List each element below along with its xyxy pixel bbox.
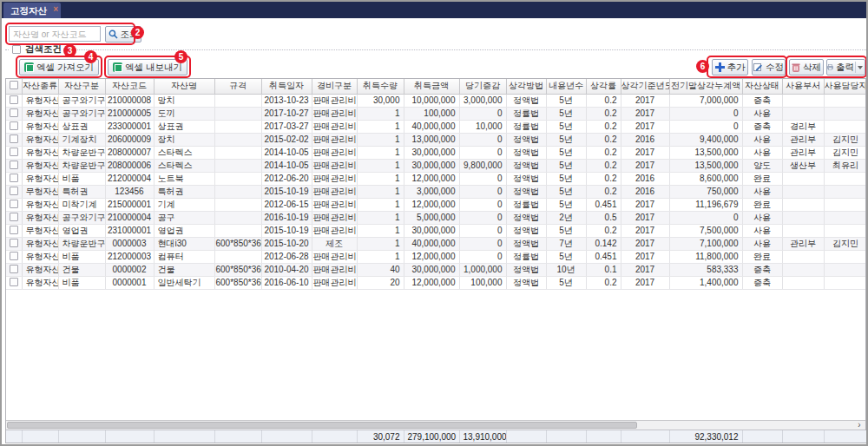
row-checkbox-cell[interactable] (6, 185, 22, 198)
row-checkbox[interactable] (10, 134, 18, 143)
column-header-1[interactable]: 자산구분 (58, 79, 105, 94)
scrollbar-right-arrow-icon[interactable]: › (854, 421, 865, 430)
summary-cell: 92,330,012 (669, 430, 742, 443)
row-checkbox-cell[interactable] (6, 133, 22, 146)
table-row[interactable]: 유형자산차량운반구208000006스타렉스2014-10-05판매관리비130… (6, 159, 865, 172)
row-checkbox[interactable] (10, 226, 18, 234)
select-all-header[interactable] (6, 79, 22, 94)
table-cell (824, 120, 865, 133)
column-header-6[interactable]: 경비구분 (312, 79, 357, 94)
table-row[interactable]: 유형자산공구와기구210000008망치2013-10-23판매관리비30,00… (6, 94, 865, 107)
table-row[interactable]: 무형자산특허권123456특허권2015-10-19판매관리비13,000,00… (6, 185, 865, 198)
table-row[interactable]: 유형자산공구와기구210000004공구2016-10-19판매관리비15,00… (6, 211, 865, 224)
row-checkbox[interactable] (10, 239, 18, 247)
table-row[interactable]: 유형자산미착기계215000001기계2012-06-15판매관리비112,00… (6, 198, 865, 211)
column-header-14[interactable]: 전기말상각누계액 (669, 79, 742, 94)
row-checkbox[interactable] (10, 108, 18, 117)
table-cell: 공구와기구 (58, 94, 105, 107)
row-checkbox[interactable] (10, 95, 18, 104)
row-checkbox-cell[interactable] (6, 198, 22, 211)
column-header-12[interactable]: 상각률 (586, 79, 621, 94)
table-row[interactable]: 유형자산건물0000002건물600*850*3602010-04-20판매관리… (6, 263, 865, 276)
excel-export-button[interactable]: 엑셀 내보내기 (108, 59, 187, 75)
row-checkbox[interactable] (10, 187, 18, 195)
row-checkbox[interactable] (10, 148, 18, 156)
print-dropdown-arrow-icon[interactable] (858, 66, 863, 69)
row-checkbox-cell[interactable] (6, 211, 22, 224)
row-checkbox-cell[interactable] (6, 146, 22, 159)
column-header-10[interactable]: 상각방법 (506, 79, 546, 94)
column-header-17[interactable]: 사용담당자 (824, 79, 865, 94)
table-cell: 5년 (546, 276, 586, 289)
row-checkbox[interactable] (10, 265, 18, 273)
table-cell: 10,000 (459, 120, 506, 133)
table-cell: 건물 (154, 263, 214, 276)
search-input[interactable] (9, 26, 101, 42)
tab-close-icon[interactable]: × (53, 2, 58, 17)
table-row[interactable]: 유형자산차량운반구208000007스타렉스2014-10-05판매관리비130… (6, 146, 865, 159)
table-cell (782, 185, 824, 198)
table-cell: 1,000,000 (459, 263, 506, 276)
row-checkbox-cell[interactable] (6, 263, 22, 276)
row-checkbox-cell[interactable] (6, 94, 22, 107)
table-cell (214, 224, 261, 237)
condition-checkbox[interactable] (12, 45, 21, 54)
row-checkbox[interactable] (10, 121, 18, 130)
table-cell (214, 94, 261, 107)
row-checkbox-cell[interactable] (6, 276, 22, 289)
column-header-13[interactable]: 상각기준년도 (621, 79, 669, 94)
column-header-2[interactable]: 자산코드 (105, 79, 154, 94)
row-checkbox[interactable] (10, 161, 18, 169)
row-checkbox-cell[interactable] (6, 224, 22, 237)
table-row[interactable]: 유형자산상표권233000001상표권2017-03-27판매관리비140,00… (6, 120, 865, 133)
row-checkbox-cell[interactable] (6, 250, 22, 263)
table-cell (824, 224, 865, 237)
horizontal-scrollbar[interactable]: › (6, 420, 865, 430)
row-checkbox-cell[interactable] (6, 159, 22, 172)
column-header-11[interactable]: 내용년수 (546, 79, 586, 94)
table-row[interactable]: 유형자산비품212000004노트북2012-06-20판매관리비112,000… (6, 172, 865, 185)
column-header-9[interactable]: 당기증감 (459, 79, 506, 94)
table-cell: 2017 (621, 276, 669, 289)
row-checkbox[interactable] (10, 278, 18, 286)
table-row[interactable]: 무형자산영업권231000001영업권2015-10-19판매관리비130,00… (6, 224, 865, 237)
add-button[interactable]: 추가 (712, 59, 748, 75)
column-header-7[interactable]: 취득수량 (357, 79, 404, 94)
row-checkbox[interactable] (10, 252, 18, 260)
table-row[interactable]: 유형자산기계장치206000009장치2015-02-02판매관리비113,00… (6, 133, 865, 146)
column-header-4[interactable]: 규격 (214, 79, 261, 94)
row-checkbox-cell[interactable] (6, 237, 22, 250)
tab-fixed-assets[interactable]: 고정자산 × (3, 3, 61, 18)
table-cell: 판매관리비 (312, 107, 357, 120)
row-checkbox[interactable] (10, 174, 18, 182)
column-header-15[interactable]: 자산상태 (742, 79, 782, 94)
search-button[interactable]: 조회 (105, 26, 141, 43)
row-checkbox[interactable] (10, 200, 18, 208)
table-row[interactable]: 유형자산비품0000001일반세탁기600*850*3602016-06-10판… (6, 276, 865, 289)
table-row[interactable]: 유형자산비품212000003컴퓨터2012-06-28판매관리비112,000… (6, 250, 865, 263)
row-checkbox-cell[interactable] (6, 107, 22, 120)
table-row[interactable]: 유형자산차량운반구0000003현대i30600*850*3602015-10-… (6, 237, 865, 250)
column-header-0[interactable]: 자산종류 (22, 79, 58, 94)
table-row[interactable]: 유형자산공구와기구210000005도끼2017-10-27판매관리비1100,… (6, 107, 865, 120)
table-cell: 12,000,000 (404, 198, 459, 211)
table-cell: 정액법 (506, 146, 546, 159)
condition-toggle[interactable]: 검색조건 (9, 43, 65, 56)
excel-import-button[interactable]: 엑셀 가져오기 (19, 59, 99, 75)
row-checkbox[interactable] (10, 213, 18, 221)
column-header-3[interactable]: 자산명 (154, 79, 214, 94)
column-header-5[interactable]: 취득일자 (261, 79, 312, 94)
delete-button[interactable]: 삭제 (789, 59, 824, 75)
column-header-8[interactable]: 취득금액 (404, 79, 459, 94)
edit-button[interactable]: 수정 (752, 59, 786, 75)
edit-label: 수정 (766, 62, 784, 74)
row-checkbox-cell[interactable] (6, 172, 22, 185)
row-checkbox-cell[interactable] (6, 120, 22, 133)
print-button[interactable]: 출력 (826, 59, 865, 75)
column-header-16[interactable]: 사용부서 (782, 79, 824, 94)
excel-import-label: 엑셀 가져오기 (36, 62, 94, 74)
select-all-checkbox[interactable] (10, 81, 18, 89)
scrollbar-thumb[interactable] (7, 422, 637, 429)
table-cell (214, 146, 261, 159)
table-cell: 0 (459, 133, 506, 146)
